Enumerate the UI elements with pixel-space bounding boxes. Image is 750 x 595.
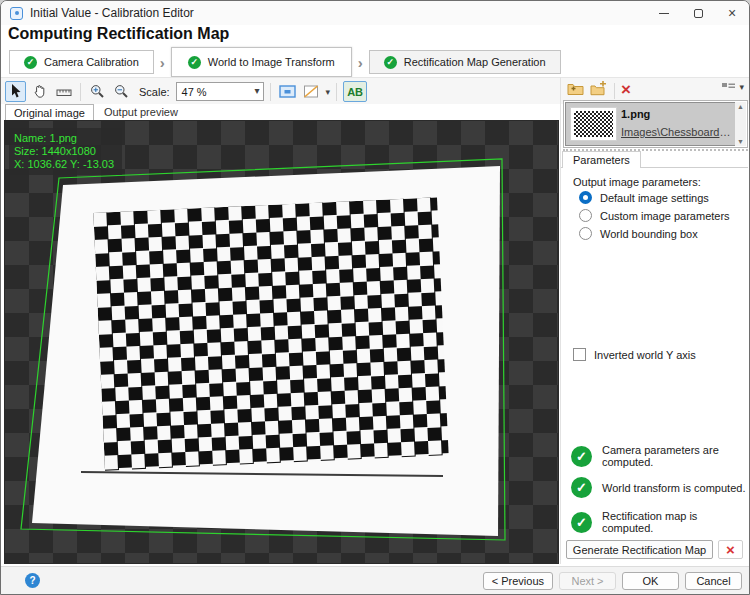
pan-tool-button[interactable] — [29, 81, 50, 102]
status-world-transform: ✓ World transform is computed. — [571, 477, 747, 498]
status-rectification-map: ✓ Rectification map is computed. — [571, 510, 747, 534]
x-icon: × — [726, 542, 735, 557]
add-folder-plus-icon — [590, 81, 608, 96]
check-icon: ✓ — [188, 56, 201, 69]
close-icon: × — [728, 6, 736, 20]
zoom-in-button[interactable] — [87, 81, 108, 102]
radio-icon[interactable] — [579, 227, 592, 240]
check-icon: ✓ — [24, 56, 37, 69]
step-camera-calibration[interactable]: ✓ Camera Calibration — [9, 50, 154, 74]
calibration-editor-window: Initial Value - Calibration Editor × Com… — [0, 0, 750, 595]
check-icon: ✓ — [384, 56, 397, 69]
previous-button[interactable]: < Previous — [483, 572, 553, 590]
chevron-down-icon[interactable]: ▾ — [326, 87, 331, 97]
maximize-button[interactable] — [681, 1, 715, 25]
clear-result-button[interactable]: × — [718, 540, 743, 559]
radio-icon[interactable] — [579, 209, 592, 222]
status-text: Rectification map is computed. — [602, 510, 747, 534]
status-text: Camera parameters are computed. — [602, 444, 747, 468]
ab-compare-button[interactable]: AB — [343, 81, 367, 102]
scroll-down-icon[interactable]: ▼ — [737, 137, 744, 146]
app-icon — [10, 7, 23, 20]
view-tabs: Original image Output preview — [5, 104, 186, 121]
step-rectification-map-generation[interactable]: ✓ Rectification Map Generation — [369, 50, 561, 74]
scroll-up-icon[interactable]: ▲ — [737, 102, 744, 111]
fit-to-window-button[interactable] — [277, 81, 298, 102]
page-title: Computing Rectification Map — [8, 25, 229, 43]
generate-rectification-map-button[interactable]: Generate Rectification Map — [566, 540, 713, 559]
title-bar: Initial Value - Calibration Editor × — [1, 1, 750, 25]
world-plane-outline — [5, 121, 558, 563]
measure-tool-button[interactable] — [53, 81, 74, 102]
no-scaling-icon — [303, 84, 319, 99]
tab-output-preview[interactable]: Output preview — [96, 104, 186, 121]
inverted-world-y-axis-checkbox-row[interactable]: Inverted world Y axis — [573, 348, 696, 361]
image-list: 1.png Images\Chessboard_Cali... ▲ ▼ — [563, 100, 748, 148]
close-button[interactable]: × — [715, 1, 749, 25]
list-item-texts: 1.png Images\Chessboard_Cali... — [621, 103, 731, 145]
pixel-view-button[interactable] — [301, 81, 322, 102]
help-button[interactable]: ? — [25, 573, 40, 588]
footer-buttons: < Previous Next > OK Cancel — [483, 572, 742, 590]
toolbar-separator — [336, 83, 337, 101]
list-item-selected[interactable]: 1.png Images\Chessboard_Cali... — [565, 102, 736, 146]
add-images-button[interactable] — [567, 81, 584, 100]
pane-divider — [560, 77, 561, 564]
zoom-out-icon — [114, 84, 129, 99]
tab-parameters[interactable]: Parameters — [562, 151, 641, 168]
add-directory-button[interactable] — [590, 81, 608, 100]
fit-view-icon — [279, 84, 296, 99]
scale-select[interactable]: 47 % ▾ — [176, 82, 264, 101]
zoom-out-button[interactable] — [111, 81, 132, 102]
image-viewport[interactable]: Name: 1.png Size: 1440x1080 X: 1036.62 Y… — [5, 121, 558, 563]
step-world-to-image-transform[interactable]: ✓ World to Image Transform — [171, 47, 352, 77]
image-path-link[interactable]: Images\Chessboard_Cali... — [621, 126, 731, 138]
cursor-coordinates-overlay: X: 1036.62 Y: -13.03 — [14, 158, 114, 171]
chevron-down-icon: ▾ — [255, 85, 260, 96]
list-scrollbar[interactable]: ▲ ▼ — [735, 102, 746, 146]
output-parameters-label: Output image parameters: — [573, 176, 701, 188]
radio-default-image-settings[interactable]: Default image settings — [579, 191, 709, 204]
image-list-toolbar: × — [567, 80, 631, 101]
tab-original-image[interactable]: Original image — [5, 104, 94, 121]
image-name-overlay: Name: 1.png — [14, 132, 114, 145]
radio-label: Default image settings — [600, 192, 709, 204]
image-info-overlay: Name: 1.png Size: 1440x1080 X: 1036.62 Y… — [9, 128, 122, 175]
image-name: 1.png — [621, 108, 731, 120]
radio-selected-icon[interactable] — [579, 191, 592, 204]
window-title: Initial Value - Calibration Editor — [30, 6, 194, 20]
image-thumbnail — [570, 107, 617, 141]
scale-label: Scale: — [139, 86, 170, 98]
chevron-right-icon: › — [154, 55, 171, 70]
cursor-icon — [9, 84, 22, 99]
scale-value: 47 % — [182, 86, 207, 98]
radio-label: World bounding box — [600, 228, 698, 240]
check-circle-icon: ✓ — [571, 477, 592, 498]
toolbar-separator — [614, 83, 615, 99]
status-camera-parameters: ✓ Camera parameters are computed. — [571, 444, 747, 468]
toolbar-separator — [80, 83, 81, 101]
checkbox-icon[interactable] — [573, 348, 586, 361]
hand-icon — [32, 84, 47, 99]
select-tool-button[interactable] — [5, 81, 26, 102]
check-circle-icon: ✓ — [571, 446, 592, 467]
minimize-button[interactable] — [647, 1, 681, 25]
ok-button[interactable]: OK — [622, 572, 679, 590]
maximize-icon — [694, 9, 703, 18]
view-mode-icon — [722, 82, 735, 92]
chevron-right-icon: › — [352, 55, 369, 70]
cancel-button[interactable]: Cancel — [685, 572, 742, 590]
toolbar-separator — [270, 83, 271, 101]
ruler-icon — [56, 85, 72, 99]
next-button: Next > — [559, 572, 616, 590]
radio-world-bounding-box[interactable]: World bounding box — [579, 227, 698, 240]
remove-image-button[interactable]: × — [621, 81, 631, 98]
step-label: World to Image Transform — [208, 56, 335, 68]
radio-custom-image-parameters[interactable]: Custom image parameters — [579, 209, 730, 222]
window-controls: × — [647, 1, 749, 25]
status-text: World transform is computed. — [602, 482, 745, 494]
list-view-options[interactable]: ▾ — [722, 82, 744, 92]
checkbox-label: Inverted world Y axis — [594, 349, 696, 361]
step-label: Camera Calibration — [44, 56, 139, 68]
step-label: Rectification Map Generation — [404, 56, 546, 68]
